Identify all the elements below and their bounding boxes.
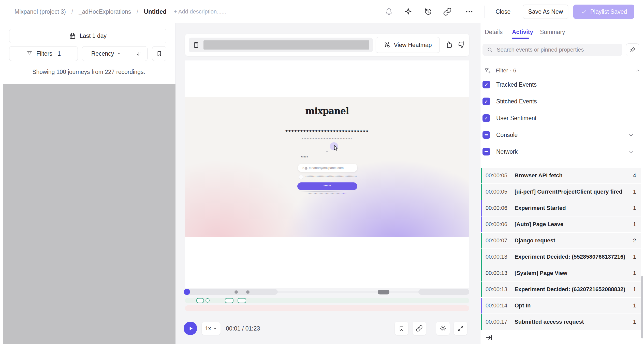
event-name: Submitted access request [515,319,631,325]
fullscreen-button[interactable] [454,322,467,335]
add-description-button[interactable]: + Add description...... [174,8,226,15]
timeline-event-cluster[interactable] [378,290,389,294]
check-icon [581,8,587,15]
event-marker[interactable] [206,298,210,303]
replayed-checkbox [299,175,303,179]
thumbs-down-icon[interactable] [457,40,466,49]
tab-summary[interactable]: Summary [540,27,565,37]
playback-time: 00:01 / 01:23 [226,322,260,335]
copy-link-icon[interactable] [443,7,452,16]
event-type-bar [481,298,482,314]
filter-checkbox[interactable] [482,81,490,88]
bookmark-moment-button[interactable] [395,322,408,335]
filter-checkbox[interactable] [482,131,490,139]
timeline-event-dot[interactable] [246,290,250,294]
recordings-sidebar: Last 1 day Filters · 1 Recency Showing 1… [2,23,175,344]
session-replay-modal: Mixpanel (project 3) / _adHocExploration… [0,0,644,344]
breadcrumb-project[interactable]: Mixpanel (project 3) [14,8,66,15]
event-name: Experiment Decided: (6320721652088832) [515,286,631,293]
tab-details[interactable]: Details [485,27,503,37]
event-row[interactable]: 00:00:13 Experiment Decided: (5528580768… [481,249,641,265]
event-time: 00:00:06 [486,221,513,228]
event-name: Browser API fetch [515,172,631,179]
play-button[interactable] [184,322,197,335]
event-row[interactable]: 00:00:06 Experiment Started 1 [481,200,641,216]
event-row[interactable]: 00:00:17 Submitted access request 1 [481,314,641,330]
event-row[interactable]: 00:00:13 Experiment Decided: (6320721652… [481,282,641,297]
event-count: 1 [633,254,636,260]
event-row[interactable]: 00:00:05 [ui-perf] CurrentProjectClient … [481,184,641,200]
filters-button[interactable]: Filters · 1 [9,46,78,61]
date-range-button[interactable]: Last 1 day [9,29,166,43]
active-tab-indicator [512,38,529,39]
saved-views-button[interactable] [152,46,166,61]
replay-stage: mixpanel **************************** **… [185,60,469,288]
event-count: 1 [633,319,636,325]
timeline-activity-segment[interactable] [418,289,469,295]
player-settings-button[interactable] [436,322,450,335]
recorded-cursor-icon [332,144,340,151]
search-input[interactable] [497,46,618,53]
chevron-up-icon[interactable] [635,68,641,74]
view-heatmap-button[interactable]: View Heatmap [376,37,440,53]
chevron-down-icon[interactable] [628,149,634,155]
redacted-underline [342,180,379,180]
event-type-bar [481,282,482,297]
heatmap-icon [384,41,391,49]
event-list-scrollbar[interactable] [641,276,643,338]
skip-to-end-icon[interactable] [485,334,493,341]
share-link-button[interactable] [413,322,426,335]
filter-checkbox[interactable] [482,148,490,155]
event-row[interactable]: 00:00:14 Opt In 1 [481,298,641,314]
pinned-properties-button[interactable] [626,43,639,56]
event-marker[interactable] [196,298,204,303]
filter-row[interactable]: User Sentiment [482,114,641,131]
sort-dropdown[interactable]: Recency [82,50,131,57]
filter-row[interactable]: Network [482,148,641,165]
clipboard-icon[interactable] [192,41,200,49]
event-name: [System] Page View [515,270,631,276]
redacted-link-text: ******************************** [185,193,469,196]
event-time: 00:00:17 [486,319,513,325]
filter-label: Console [496,131,518,139]
filter-row[interactable]: Stitched Events [482,98,641,114]
playback-speed-button[interactable]: 1x [202,322,221,335]
event-row[interactable]: 00:00:06 [Auto] Page Leave 1 [481,216,641,232]
redacted-link-gray: ************************** [308,193,339,196]
timeline-event-dot[interactable] [235,290,238,294]
playlist-saved-button[interactable]: Playlist Saved [573,5,634,19]
more-options-icon[interactable] [465,7,474,16]
event-row[interactable]: 00:00:13 [System] Page View 1 [481,265,641,281]
event-filter-header[interactable]: Filter · 6 [484,66,641,76]
filter-checkbox[interactable] [482,114,490,122]
timeline-errors-lane[interactable] [185,305,469,311]
close-button[interactable]: Close [491,5,515,19]
event-type-bar [481,233,482,248]
thumbs-up-icon[interactable] [445,40,453,49]
save-as-new-button[interactable]: Save As New [523,5,568,19]
tab-activity[interactable]: Activity [512,27,533,37]
chevron-down-icon[interactable] [628,132,634,138]
date-range-label: Last 1 day [80,33,107,39]
history-icon[interactable] [424,7,432,16]
timeline-activity-segment[interactable] [187,289,278,295]
event-marker[interactable] [238,298,246,303]
event-count: 1 [633,302,636,309]
event-row[interactable]: 00:00:05 Browser API fetch 4 [481,168,641,183]
sort-direction-button[interactable] [131,50,147,57]
timeline-playhead[interactable] [184,289,190,295]
event-time: 00:00:13 [486,254,513,260]
event-row[interactable]: 00:00:07 Django request 2 [481,233,641,248]
event-type-bar [481,200,482,216]
redacted-heading: **************************** [185,129,469,136]
filter-row[interactable]: Console [482,131,641,148]
filter-checkbox[interactable] [482,98,490,105]
sparkle-ai-icon[interactable] [404,7,413,16]
notifications-bell-icon[interactable] [385,7,393,16]
report-title[interactable]: Untitled [144,8,167,15]
breadcrumb-board[interactable]: _adHocExplorations [79,8,131,15]
event-time: 00:00:07 [486,237,513,244]
sort-direction-icon [136,50,142,57]
event-marker[interactable] [225,298,233,303]
filter-row[interactable]: Tracked Events [482,81,641,98]
